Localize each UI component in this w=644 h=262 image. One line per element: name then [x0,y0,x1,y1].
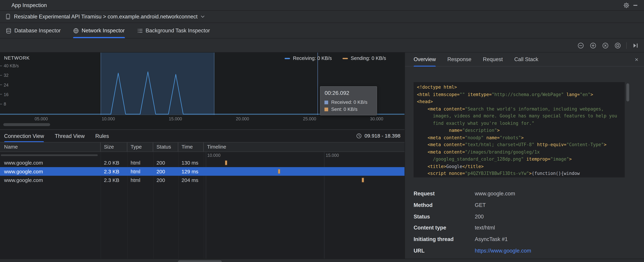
tooltip-sent-label: Sent: 0 KB/s [331,107,358,112]
column-header-type[interactable]: Type [127,142,153,152]
toolwindow-app-inspection[interactable]: App Inspection [178,260,222,262]
tab-label: Database Inspector [14,28,60,34]
toolwindow-label: TODO [86,261,100,262]
code-line: name="description"> [417,127,622,134]
table-cell: 2.0 KB [100,158,127,167]
chart-selection-region[interactable] [100,52,214,115]
tab-thread-view[interactable]: Thread View [55,130,85,142]
tab-database-inspector[interactable]: Database Inspector [6,23,60,38]
column-header-time[interactable]: Time [178,142,204,152]
tab-background-task-inspector[interactable]: Background Task Inspector [137,23,210,38]
toolwindow-app-quality-insights[interactable]: App Quality Insights [256,260,312,262]
zoom-to-selection-button[interactable] [613,41,622,50]
toolwindow-services[interactable]: Services [316,260,346,262]
tab-connection-view[interactable]: Connection View [4,130,44,142]
go-live-button[interactable] [631,41,640,50]
toolwindow-terminal[interactable]: Terminal [144,260,174,262]
column-header-status[interactable]: Status [153,142,178,152]
toolwindow-run[interactable]: Run [52,260,73,262]
reset-zoom-icon [602,42,609,48]
field-row: Requestwww.google.com [414,188,644,199]
minimize-icon [633,5,638,6]
toolbar-divider [626,42,626,48]
zoom-out-button[interactable] [576,41,585,50]
toolwindow-label: App Inspection [186,261,219,262]
table-row[interactable]: www.google.com2.3 KBhtml200129 ms [0,167,404,176]
tab-call-stack[interactable]: Call Stack [514,52,538,66]
table-cell: 204 ms [178,176,204,184]
x-tick: 20.000 [236,116,249,121]
field-row: Initiating threadAsyncTask #1 [414,234,644,245]
connection-tab-bar: Connection View Thread View Rules 09.918… [0,130,404,142]
tab-label: Overview [414,56,436,62]
code-scrollbar-thumb[interactable] [626,83,629,102]
toolwindow-label: Logcat [234,261,249,262]
close-panel-button[interactable]: × [633,56,640,63]
table-cell: 200 [153,176,178,184]
tab-rules[interactable]: Rules [96,130,109,142]
response-preview-code[interactable]: <!doctype html><html itemscope="" itemty… [414,82,625,177]
toolwindow-version-control[interactable]: Version Control [3,260,48,262]
x-tick: 05.000 [34,116,48,121]
name-column-scrollbar[interactable] [1,154,98,156]
table-cell: html [127,176,153,184]
tab-request[interactable]: Request [483,52,503,66]
tab-network-inspector[interactable]: Network Inspector [73,23,125,38]
toolwindow-label: Build [359,261,370,262]
column-header-size[interactable]: Size [100,142,127,152]
inspector-tab-bar: Database Inspector Network Inspector Bac… [0,23,644,39]
x-tick: 30.000 [370,116,383,121]
toolwindow-problems[interactable]: Problems [107,260,139,262]
process-selector[interactable]: Resizable Experimental API Tiramisu > co… [0,11,644,23]
tooltip-received: Received: 0 KB/s [324,100,372,105]
toolwindow-build[interactable]: Build [350,260,372,262]
sending-swatch-icon [342,58,348,59]
connection-panel: Connection View Thread View Rules 09.918… [0,130,404,262]
column-header-timeline[interactable]: Timeline [204,142,404,152]
ruler-tick: 10.000 [207,153,220,158]
chart-scrollbar[interactable] [3,123,50,126]
tab-label: Call Stack [514,56,538,62]
column-header-name[interactable]: Name [0,142,100,152]
chevron-down-icon [200,14,205,19]
field-label: Request [414,191,475,197]
toolwindow-todo[interactable]: TODO [77,260,103,262]
field-value: www.google.com [475,191,515,197]
process-label: Resizable Experimental API Tiramisu > co… [14,14,198,20]
tab-overview[interactable]: Overview [414,52,436,66]
received-swatch-icon [324,100,328,104]
table-row[interactable]: www.google.com2.3 KBhtml200204 ms [0,176,404,184]
toolwindow-logcat[interactable]: Logcat [226,260,252,262]
tab-response[interactable]: Response [447,52,472,66]
reset-zoom-button[interactable] [601,41,610,50]
timeline-ruler: 10.00015.000 [0,152,404,158]
table-cell: 129 ms [178,167,204,176]
tooltip-sent: Sent: 0 KB/s [324,107,372,112]
ruler-tick: 15.000 [326,153,339,158]
code-line: <meta content="Search the world's inform… [417,105,622,112]
field-row: MethodGET [414,199,644,211]
minimize-button[interactable] [631,1,640,9]
legend-sending: Sending: 0 KB/s [342,56,386,61]
details-tab-bar: Overview Response Request Call Stack [405,52,644,66]
tooltip-received-label: Received: 0 KB/s [331,100,367,105]
code-scrollbar[interactable] [626,82,629,177]
network-chart[interactable]: NETWORK Receiving: 0 KB/s Sending: 0 KB/… [0,52,404,130]
time-range-label: 09.918 - 18.398 [364,133,400,139]
toolwindow-label: Terminal [152,261,171,262]
table-row[interactable]: www.google.com2.0 KBhtml200130 ms [0,158,404,167]
tab-label: Connection View [4,133,44,139]
url-link[interactable]: https://www.google.com [475,248,531,254]
connection-rows: www.google.com2.0 KBhtml200130 mswww.goo… [0,158,404,184]
field-label: Method [414,202,475,208]
settings-button[interactable] [622,1,631,9]
tab-label: Network Inspector [82,28,125,34]
toolwindow-profiler[interactable]: Profiler [377,260,404,262]
zoom-in-button[interactable] [588,41,598,50]
code-line: <meta content="text/html; charset=UTF-8"… [417,141,622,148]
tab-label: Background Task Inspector [146,28,210,34]
field-value: GET [475,202,486,208]
table-cell: www.google.com [0,167,100,176]
tooltip-time: 00:26.092 [324,90,372,96]
table-cell: 130 ms [178,158,204,167]
